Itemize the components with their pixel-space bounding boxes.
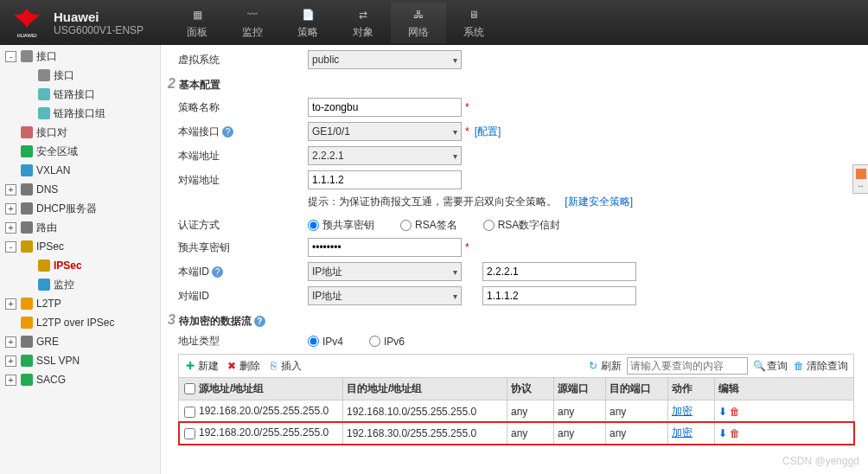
sidebar-item-label: 路由 (36, 221, 57, 235)
sidebar-item-label: SACG (36, 374, 66, 386)
section-basic: 2基本配置 (168, 76, 854, 93)
addrtype-radio-1[interactable]: IPv6 (369, 336, 405, 348)
action-link[interactable]: 加密 (672, 426, 692, 439)
addrtype-radio-0[interactable]: IPv4 (308, 336, 343, 348)
row-checkbox[interactable] (184, 428, 195, 439)
sidebar: -接口接口链路接口链路接口组接口对安全区域VXLAN+DNS+DHCP服务器+路… (0, 45, 161, 474)
delete-row-icon[interactable]: 🗑 (730, 406, 740, 418)
sidebar-item-安全区域[interactable]: 安全区域 (0, 142, 160, 161)
toptab-object[interactable]: ⇄对象 (335, 3, 391, 43)
auth-radio-group: 预共享密钥RSA签名RSA数字信封 (308, 218, 560, 233)
tree-toggle-icon[interactable]: - (5, 51, 16, 62)
tree-toggle-icon[interactable]: + (5, 184, 16, 195)
sidebar-item-链路接口[interactable]: 链路接口 (0, 85, 160, 104)
sidebar-item-label: 链路接口组 (54, 106, 105, 121)
local-if-select[interactable]: GE1/0/1▾ (308, 122, 462, 141)
move-down-icon[interactable]: ⬇ (718, 406, 727, 418)
local-if-configure-link[interactable]: [配置] (475, 125, 501, 139)
row-checkbox[interactable] (184, 407, 195, 418)
sidebar-item-接口[interactable]: -接口 (0, 47, 160, 66)
move-down-icon[interactable]: ⬇ (718, 427, 727, 439)
toptab-system[interactable]: 🖥系统 (446, 3, 501, 43)
grid-search-input[interactable] (627, 357, 748, 375)
table-row[interactable]: 192.168.20.0/255.255.255.0192.168.30.0/2… (179, 422, 854, 445)
new-sec-policy-link[interactable]: [新建安全策略] (565, 195, 633, 208)
toptab-dashboard[interactable]: ▦面板 (169, 3, 225, 43)
action-link[interactable]: 加密 (672, 405, 692, 417)
peer-id-input[interactable] (482, 286, 636, 305)
toptab-network[interactable]: 🖧网络 (391, 3, 446, 43)
tree-toggle-icon[interactable]: + (5, 298, 16, 310)
insert-button[interactable]: ⎘插入 (267, 359, 302, 374)
tree-toggle-icon[interactable]: + (5, 375, 16, 386)
side-panel-handle[interactable]: ↔ (852, 164, 868, 194)
policy-icon: 📄 (299, 6, 316, 23)
query-button[interactable]: 🔍查询 (753, 359, 788, 374)
sslvpn-icon (20, 355, 33, 368)
peer-addr-input[interactable] (308, 170, 462, 189)
refresh-button[interactable]: ↻刷新 (587, 359, 622, 374)
sidebar-item-SSL VPN[interactable]: +SSL VPN (0, 351, 160, 370)
local-id-input[interactable] (482, 262, 636, 281)
sidebar-item-接口[interactable]: 接口 (0, 66, 160, 85)
clear-query-button[interactable]: 🗑清除查询 (793, 359, 848, 374)
delete-row-icon[interactable]: 🗑 (730, 427, 740, 439)
svg-rect-11 (21, 240, 33, 253)
sidebar-item-label: DNS (36, 183, 58, 195)
delete-button[interactable]: ✖删除 (226, 359, 260, 374)
auth-radio-1[interactable]: RSA签名 (400, 218, 457, 233)
tree-toggle-icon[interactable]: + (5, 222, 16, 234)
sidebar-item-SACG[interactable]: +SACG (0, 370, 160, 389)
local-addr-select[interactable]: 2.2.2.1▾ (308, 146, 462, 165)
sidebar-item-label: DHCP服务器 (36, 202, 97, 216)
help-icon[interactable]: ? (212, 266, 223, 278)
policy-name-label: 策略名称 (178, 100, 308, 115)
vsys-select[interactable]: public ▾ (308, 50, 462, 69)
grid-toolbar: ✚新建 ✖删除 ⎘插入 ↻刷新 🔍查询 🗑清除查询 (178, 354, 854, 377)
tree-toggle-icon[interactable]: + (5, 356, 16, 367)
select-all-checkbox[interactable] (184, 383, 195, 394)
sidebar-item-IPSec[interactable]: -IPSec (0, 237, 160, 256)
gre-icon (20, 336, 33, 349)
peer-id-kind-select[interactable]: IP地址▾ (308, 286, 462, 305)
svg-rect-18 (21, 374, 33, 386)
sidebar-item-L2TP over IPSec[interactable]: L2TP over IPSec (0, 313, 160, 332)
sidebar-item-label: L2TP over IPSec (36, 317, 115, 329)
sidebar-item-VXLAN[interactable]: VXLAN (0, 161, 160, 180)
table-row[interactable]: 192.168.20.0/255.255.255.0192.168.10.0/2… (179, 400, 854, 423)
help-icon[interactable]: ? (254, 316, 265, 327)
auth-label: 认证方式 (178, 218, 308, 233)
top-bar: HUAWEI Huawei USG6000V1-ENSP ▦面板〰监控📄策略⇄对… (0, 0, 868, 45)
addrtype-radio-group: IPv4IPv6 (308, 336, 405, 348)
sidebar-item-L2TP[interactable]: +L2TP (0, 294, 160, 313)
l2tp-icon (20, 298, 33, 311)
sidebar-item-DHCP服务器[interactable]: +DHCP服务器 (0, 199, 160, 218)
sidebar-item-GRE[interactable]: +GRE (0, 332, 160, 351)
sidebar-item-路由[interactable]: +路由 (0, 218, 160, 237)
local-id-kind-select[interactable]: IP地址▾ (308, 262, 462, 281)
sidebar-item-DNS[interactable]: +DNS (0, 180, 160, 199)
tree-toggle-icon[interactable]: + (5, 336, 16, 348)
sidebar-item-监控[interactable]: 监控 (0, 275, 160, 294)
sidebar-item-label: GRE (36, 336, 59, 348)
sidebar-item-label: L2TP (36, 298, 61, 310)
toptab-monitor[interactable]: 〰监控 (225, 3, 280, 43)
sidebar-item-链路接口组[interactable]: 链路接口组 (0, 104, 160, 123)
sidebar-item-接口对[interactable]: 接口对 (0, 123, 160, 142)
object-icon: ⇄ (354, 6, 372, 23)
tree-toggle-icon[interactable]: + (5, 203, 16, 215)
toptab-policy[interactable]: 📄策略 (280, 3, 335, 43)
policy-name-input[interactable] (308, 98, 462, 117)
new-button[interactable]: ✚新建 (184, 359, 219, 374)
section-flow: 3待加密的数据流? (168, 312, 854, 329)
help-icon[interactable]: ? (222, 126, 233, 138)
auth-radio-0[interactable]: 预共享密钥 (308, 218, 374, 233)
sidebar-item-IPSec[interactable]: IPSec (0, 256, 160, 275)
svg-rect-1 (21, 50, 33, 62)
psk-input[interactable] (308, 238, 462, 257)
tree-toggle-icon[interactable]: - (5, 241, 16, 253)
sidebar-item-label: IPSec (54, 259, 82, 272)
sidebar-item-label: 安全区域 (36, 144, 78, 159)
dhcp-icon (20, 202, 33, 215)
auth-radio-2[interactable]: RSA数字信封 (483, 218, 561, 233)
